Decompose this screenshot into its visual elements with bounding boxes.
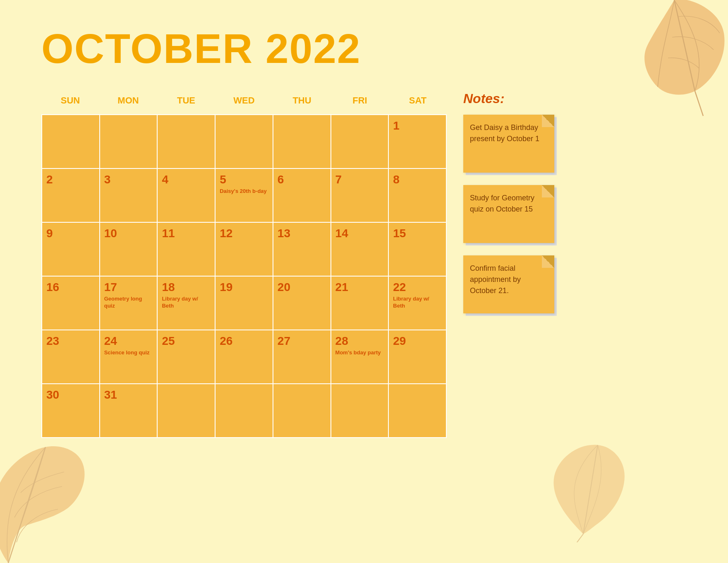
cell-event: Daisy's 20th b-day [220, 188, 268, 195]
calendar-cell: 12 [216, 223, 273, 277]
cell-event: Mom's bday party [335, 349, 384, 356]
calendar-cell: 26 [216, 330, 273, 384]
cell-day-number: 19 [220, 281, 268, 294]
cell-day-number: 10 [104, 227, 153, 240]
cell-day-number: 28 [335, 334, 384, 348]
cell-day-number: 18 [162, 281, 211, 294]
sticky-note-1: Get Daisy a Birthday present by October … [463, 115, 554, 173]
cell-day-number: 24 [104, 334, 153, 348]
day-header: MON [99, 91, 157, 110]
cell-day-number: 3 [104, 173, 153, 186]
calendar-cell [42, 115, 100, 169]
calendar-cell: 19 [216, 277, 273, 330]
cell-day-number: 27 [278, 334, 326, 348]
sticky-note-wrapper: Study for Geometry quiz on October 15 [463, 185, 571, 243]
calendar-cell: 8 [389, 169, 447, 223]
calendar-cell: 25 [158, 330, 216, 384]
calendar-cell [216, 115, 273, 169]
cell-day-number: 2 [46, 173, 95, 186]
cell-day-number: 6 [278, 173, 326, 186]
calendar-cell: 21 [331, 277, 389, 330]
notes-section: Notes: Get Daisy a Birthday present by O… [463, 91, 571, 326]
cell-day-number: 4 [162, 173, 211, 186]
calendar-cell [273, 115, 331, 169]
calendar-grid: 12345Daisy's 20th b-day67891011121314151… [41, 114, 447, 438]
cell-event: Science long quiz [104, 349, 153, 356]
sticky-note-2: Study for Geometry quiz on October 15 [463, 185, 554, 243]
cell-day-number: 25 [162, 334, 211, 348]
calendar-cell: 9 [42, 223, 100, 277]
cell-day-number: 21 [335, 281, 384, 294]
calendar-cell: 23 [42, 330, 100, 384]
calendar-cell: 11 [158, 223, 216, 277]
cell-day-number: 22 [393, 281, 442, 294]
calendar-cell [389, 384, 447, 438]
cell-day-number: 26 [220, 334, 268, 348]
cell-day-number: 30 [46, 388, 95, 402]
calendar-cell [158, 384, 216, 438]
calendar-cell: 1 [389, 115, 447, 169]
calendar-cell: 14 [331, 223, 389, 277]
calendar-cell: 13 [273, 223, 331, 277]
cell-day-number: 23 [46, 334, 95, 348]
notes-title: Notes: [463, 91, 571, 106]
calendar-cell: 15 [389, 223, 447, 277]
calendar-cell: 24Science long quiz [100, 330, 158, 384]
sticky-note-wrapper: Confirm facial appointment by October 21… [463, 255, 571, 313]
cell-day-number: 13 [278, 227, 326, 240]
cell-event: Library day w/ Beth [162, 296, 211, 310]
calendar-cell: 6 [273, 169, 331, 223]
cell-day-number: 7 [335, 173, 384, 186]
calendar-cell: 4 [158, 169, 216, 223]
cell-day-number: 31 [104, 388, 153, 402]
day-header: SAT [389, 91, 447, 110]
calendar-cell: 16 [42, 277, 100, 330]
cell-day-number: 8 [393, 173, 442, 186]
calendar-cell: 2 [42, 169, 100, 223]
calendar-cell: 20 [273, 277, 331, 330]
cell-day-number: 20 [278, 281, 326, 294]
calendar-cell: 18Library day w/ Beth [158, 277, 216, 330]
cell-day-number: 15 [393, 227, 442, 240]
cell-day-number: 14 [335, 227, 384, 240]
day-header: WED [215, 91, 273, 110]
cell-day-number: 17 [104, 281, 153, 294]
calendar-cell [158, 115, 216, 169]
calendar-cell [273, 384, 331, 438]
cell-day-number: 9 [46, 227, 95, 240]
day-header: FRI [331, 91, 389, 110]
calendar-cell: 3 [100, 169, 158, 223]
cell-day-number: 1 [393, 119, 442, 132]
day-header: TUE [157, 91, 215, 110]
cell-day-number: 29 [393, 334, 442, 348]
calendar-cell: 28Mom's bday party [331, 330, 389, 384]
page-title: OCTOBER 2022 [41, 25, 361, 72]
calendar-cell: 7 [331, 169, 389, 223]
cell-event: Library day w/ Beth [393, 296, 442, 310]
calendar-container: SUNMONTUEWEDTHUFRISAT 12345Daisy's 20th … [41, 91, 447, 438]
day-header: THU [273, 91, 331, 110]
calendar-cell: 17Geometry long quiz [100, 277, 158, 330]
calendar-cell: 10 [100, 223, 158, 277]
cell-day-number: 11 [162, 227, 211, 240]
calendar-cell: 29 [389, 330, 447, 384]
calendar-cell [331, 384, 389, 438]
cell-day-number: 16 [46, 281, 95, 294]
calendar-cell: 27 [273, 330, 331, 384]
calendar-cell: 22Library day w/ Beth [389, 277, 447, 330]
calendar-cell: 5Daisy's 20th b-day [216, 169, 273, 223]
day-headers: SUNMONTUEWEDTHUFRISAT [41, 91, 447, 110]
calendar-cell: 30 [42, 384, 100, 438]
sticky-note-3: Confirm facial appointment by October 21… [463, 255, 554, 313]
cell-event: Geometry long quiz [104, 296, 153, 310]
sticky-note-wrapper: Get Daisy a Birthday present by October … [463, 115, 571, 173]
calendar-cell [331, 115, 389, 169]
calendar-cell [100, 115, 158, 169]
day-header: SUN [41, 91, 99, 110]
cell-day-number: 12 [220, 227, 268, 240]
calendar-cell [216, 384, 273, 438]
calendar-cell: 31 [100, 384, 158, 438]
cell-day-number: 5 [220, 173, 268, 186]
